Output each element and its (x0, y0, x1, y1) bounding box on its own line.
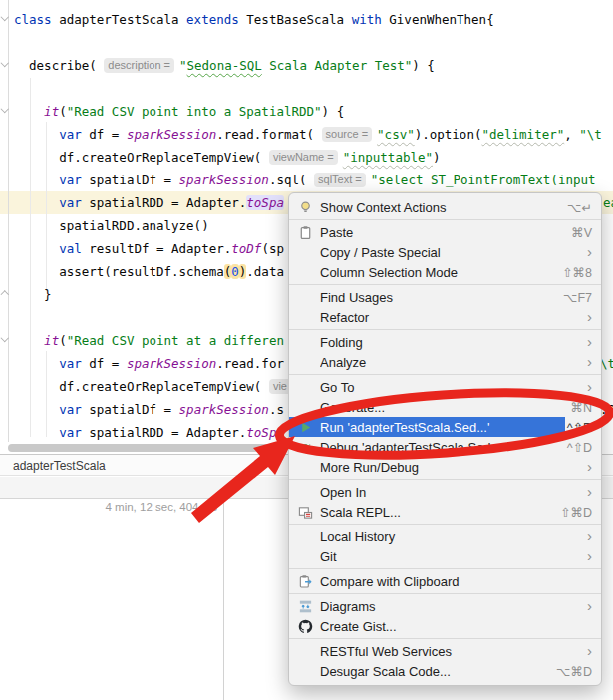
github-icon (297, 618, 314, 634)
menu-separator (289, 524, 601, 525)
menu-item-go-to[interactable]: Go To› (289, 377, 601, 397)
menu-item-label: Debug 'adapterTestScala.Sed...' (320, 440, 559, 455)
submenu-arrow-icon: › (587, 460, 592, 474)
menu-item-label: Run 'adapterTestScala.Sed...' (320, 420, 559, 435)
fold-down-icon[interactable] (1, 106, 8, 113)
menu-item-column-selection-mode[interactable]: Column Selection Mode⇧⌘8 (289, 262, 601, 282)
code-line: df.createOrReplaceTempView( vie (14, 375, 296, 398)
icon-spacer (297, 289, 314, 305)
compare-icon (297, 573, 314, 589)
icon-spacer (297, 244, 314, 260)
menu-separator (289, 638, 601, 639)
menu-separator (289, 219, 601, 220)
code-line: val resultDf = Adapter.toDf(sp (14, 237, 284, 260)
menu-item-restful-web-services[interactable]: RESTful Web Services› (289, 641, 601, 661)
menu-item-label: Folding (320, 335, 579, 350)
menu-item-debug-adaptertestscala-sed[interactable]: Debug 'adapterTestScala.Sed...'^⇧D (289, 437, 601, 457)
menu-item-label: Open In (320, 485, 579, 500)
menu-item-paste[interactable]: Paste⌘V (289, 222, 601, 242)
menu-item-show-context-actions[interactable]: Show Context Actions⌥↵ (289, 197, 601, 217)
icon-spacer (297, 459, 314, 475)
code-line: var df = sparkSession.read.for (14, 352, 284, 375)
paste-icon (297, 224, 314, 240)
icon-spacer (297, 309, 314, 325)
icon-spacer (297, 484, 314, 500)
menu-item-run-adaptertestscala-sed[interactable]: Run 'adapterTestScala.Sed...'^⇧R (289, 417, 601, 437)
menu-item-label: Find Usages (320, 290, 555, 305)
fold-up-icon[interactable] (1, 289, 8, 296)
test-duration-text: 4 min, 12 sec, 404 ms (0, 501, 217, 513)
menu-item-label: RESTful Web Services (320, 644, 579, 659)
menu-item-copy-paste-special[interactable]: Copy / Paste Special› (289, 242, 601, 262)
code-line: var spatialRDD = Adapter.toSpa (14, 191, 284, 214)
menu-item-label: More Run/Debug (320, 460, 579, 475)
menu-item-label: Copy / Paste Special (320, 245, 579, 260)
code-line: var spatialDf = sparkSession.sql( sqlTex… (14, 169, 596, 191)
code-line: var spatialDf = sparkSession.s (14, 398, 284, 421)
menu-item-label: Show Context Actions (320, 200, 559, 215)
menu-item-label: Paste (320, 225, 563, 240)
menu-item-compare-with-clipboard[interactable]: Compare with Clipboard (289, 571, 601, 591)
menu-item-git[interactable]: Git› (289, 546, 601, 566)
panel-divider[interactable] (223, 499, 224, 700)
menu-item-scala-repl[interactable]: Scala REPL...⇧⌘D (289, 502, 601, 522)
menu-item-analyze[interactable]: Analyze› (289, 352, 601, 372)
code-line: describe( description ="Sedona-SQL Scala… (14, 54, 435, 77)
submenu-arrow-icon: › (587, 335, 592, 349)
menu-item-diagrams[interactable]: Diagrams› (289, 596, 601, 616)
repl-icon (297, 504, 314, 520)
menu-shortcut: ⌘V (571, 225, 592, 240)
menu-item-find-usages[interactable]: Find Usages⌥F7 (289, 287, 601, 307)
bug-icon (297, 439, 314, 455)
submenu-arrow-icon: › (587, 355, 592, 369)
menu-item-refactor[interactable]: Refactor› (289, 307, 601, 327)
menu-item-open-in[interactable]: Open In› (289, 482, 601, 502)
icon-spacer (297, 643, 314, 659)
submenu-arrow-icon: › (587, 599, 592, 613)
submenu-arrow-icon: › (587, 485, 592, 499)
fold-down-icon[interactable] (1, 14, 8, 21)
icon-spacer (297, 264, 314, 280)
menu-shortcut: ⌥↵ (567, 200, 592, 215)
menu-shortcut: ^⇧D (567, 440, 592, 455)
code-fragment: ea (603, 191, 613, 214)
bulb-icon (297, 199, 314, 215)
fold-down-icon[interactable] (1, 335, 8, 342)
menu-separator (289, 329, 601, 330)
menu-item-create-gist[interactable]: Create Gist... (289, 616, 601, 636)
submenu-arrow-icon: › (587, 380, 592, 394)
scrollbar-thumb[interactable] (8, 444, 281, 452)
menu-item-local-history[interactable]: Local History› (289, 526, 601, 546)
menu-item-folding[interactable]: Folding› (289, 332, 601, 352)
code-line: df.createOrReplaceTempView( viewName ="i… (14, 146, 441, 169)
icon-spacer (297, 334, 314, 350)
diagrams-icon (297, 598, 314, 614)
menu-shortcut: ⇧⌘D (560, 505, 592, 520)
menu-item-label: Analyze (320, 355, 579, 370)
menu-item-label: Refactor (320, 310, 579, 325)
menu-item-more-run-debug[interactable]: More Run/Debug› (289, 457, 601, 477)
fold-down-icon[interactable] (1, 60, 8, 67)
submenu-arrow-icon: › (587, 310, 592, 324)
menu-item-label: Compare with Clipboard (320, 574, 592, 589)
menu-separator (289, 568, 601, 569)
menu-item-generate[interactable]: Generate...⌘N (289, 397, 601, 417)
menu-separator (289, 593, 601, 594)
menu-item-label: Local History (320, 529, 579, 544)
menu-item-label: Column Selection Mode (320, 265, 554, 280)
menu-item-label: Desugar Scala Code... (320, 664, 548, 679)
menu-shortcut: ⌥⌘D (556, 664, 592, 679)
menu-shortcut: ⌘N (570, 400, 592, 415)
ide-window: class adapterTestScala extends TestBaseS… (0, 0, 613, 700)
submenu-arrow-icon: › (587, 549, 592, 563)
menu-separator (289, 374, 601, 375)
menu-item-desugar-scala-code[interactable]: Desugar Scala Code...⌥⌘D (289, 661, 601, 681)
run-panel-tab-label: adapterTestScala (13, 459, 106, 473)
submenu-arrow-icon: › (587, 245, 592, 259)
code-line: it("Read CSV point into a SpatialRDD") { (14, 100, 344, 123)
code-line: var df = sparkSession.read.format( sourc… (14, 123, 602, 146)
menu-item-label: Git (320, 549, 579, 564)
submenu-arrow-icon: › (587, 644, 592, 658)
icon-spacer (297, 399, 314, 415)
gutter-divider (8, 0, 9, 442)
